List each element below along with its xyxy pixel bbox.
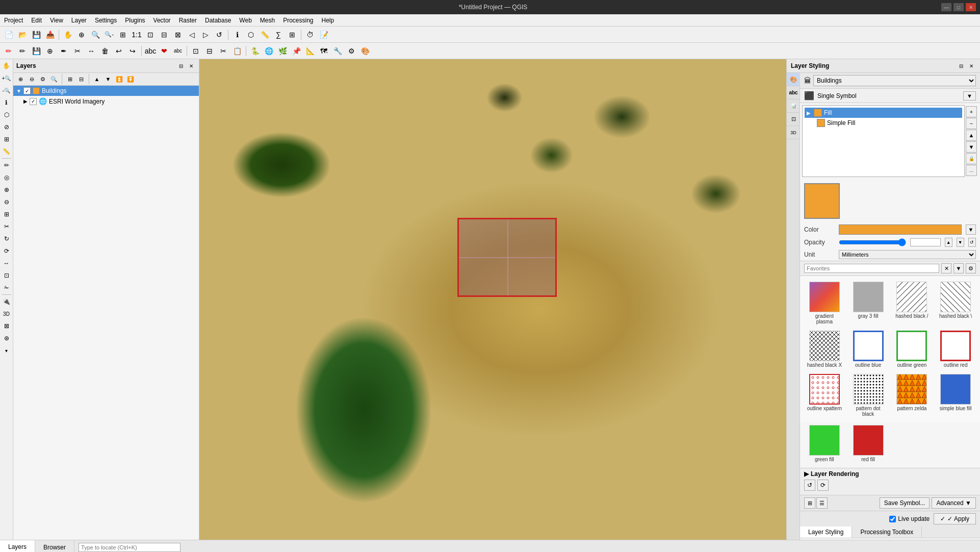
layers-detach-button[interactable]: ⊟: [176, 61, 186, 70]
apply-button[interactable]: ✓ ✓ Apply: [934, 513, 976, 524]
pan-map-button[interactable]: ✋: [1, 60, 12, 71]
color-dropdown-button[interactable]: ▼: [966, 224, 976, 235]
move-layer-up[interactable]: ▲: [92, 74, 102, 84]
styling-paintbrush[interactable]: 🎨: [787, 73, 800, 86]
tab-layer-styling[interactable]: Layer Styling: [800, 526, 852, 538]
menu-item-plugins[interactable]: Plugins: [121, 14, 149, 26]
favorites-options-button[interactable]: ▼: [953, 263, 964, 273]
unit-select[interactable]: Millimeters Pixels Points: [839, 250, 976, 259]
layers-close-button[interactable]: ✕: [187, 61, 196, 70]
mesh-left[interactable]: ⊠: [1, 320, 12, 332]
move-to-bottom[interactable]: ⏬: [125, 74, 136, 84]
sym-outline-red[interactable]: outline red: [934, 328, 977, 370]
split-left[interactable]: ✂: [1, 221, 12, 232]
layer-rendering-title[interactable]: ▶ Layer Rendering: [804, 470, 976, 478]
maximize-button[interactable]: □: [953, 3, 964, 11]
settings-button2[interactable]: ⚙: [345, 44, 358, 58]
layer-expand-all[interactable]: ⊞: [65, 74, 75, 84]
zoom-selection[interactable]: ⊠: [171, 28, 185, 41]
pan-button[interactable]: ✋: [61, 28, 74, 41]
open-project-button[interactable]: 📂: [16, 28, 29, 41]
opacity-reset[interactable]: ↺: [968, 238, 976, 247]
menu-item-processing[interactable]: Processing: [279, 14, 317, 26]
python-console-button[interactable]: 🐍: [248, 44, 262, 58]
select-button[interactable]: ⬡: [244, 28, 257, 41]
menu-item-web[interactable]: Web: [235, 14, 255, 26]
select-location-left[interactable]: ⊞: [1, 134, 12, 145]
snap-edit-left[interactable]: ⊛: [1, 333, 12, 344]
styling-diagram-tool[interactable]: 📊: [787, 99, 800, 113]
cut-features-button[interactable]: ✂: [217, 44, 230, 58]
current-edit-button[interactable]: ✏: [2, 44, 15, 58]
zoom-layer[interactable]: ⊟: [158, 28, 171, 41]
render-force-button[interactable]: ⟳: [817, 480, 829, 491]
identify-button[interactable]: ℹ: [230, 28, 244, 41]
sym-green-fill[interactable]: green fill: [803, 422, 846, 465]
sym-outline-blue[interactable]: outline blue: [847, 328, 890, 370]
symbol-tree-fill[interactable]: ▶ Fill: [805, 108, 962, 118]
sym-outline-green[interactable]: outline green: [891, 328, 934, 370]
locate-input[interactable]: [79, 543, 180, 552]
table-view-button[interactable]: ⊞: [804, 497, 815, 509]
sym-outline-xpattern[interactable]: outline xpattern: [803, 371, 846, 419]
close-button[interactable]: ✕: [966, 3, 976, 11]
renderer-change-button[interactable]: ▼: [963, 91, 976, 101]
zoom-out-button[interactable]: 🔍-: [102, 28, 116, 41]
minimize-button[interactable]: —: [941, 3, 951, 11]
bottom-tab-layers[interactable]: Layers: [0, 540, 35, 552]
atlas-button[interactable]: 🗺: [317, 44, 330, 58]
opacity-up[interactable]: ▲: [945, 238, 952, 247]
advanced-button[interactable]: Advanced ▼: [932, 497, 976, 509]
menu-item-raster[interactable]: Raster: [175, 14, 201, 26]
select-left[interactable]: ⬡: [1, 109, 12, 120]
more-left[interactable]: ▾: [1, 345, 12, 356]
plugins-left[interactable]: 🔌: [1, 296, 12, 307]
add-symbol-button[interactable]: +: [966, 106, 977, 117]
menu-item-view[interactable]: View: [46, 14, 67, 26]
menu-item-edit[interactable]: Edit: [27, 14, 46, 26]
add-ring-left[interactable]: ◎: [1, 172, 12, 183]
remove-symbol-button[interactable]: −: [966, 118, 977, 129]
symbol-tree-simple-fill[interactable]: Simple Fill: [805, 118, 962, 128]
menu-item-layer[interactable]: Layer: [67, 14, 91, 26]
opacity-slider[interactable]: [839, 238, 906, 246]
open-table-button[interactable]: ⊞: [286, 28, 299, 41]
styling-3d-tool[interactable]: 3D: [787, 126, 800, 139]
zoom-rubber-band[interactable]: ⊞: [116, 28, 130, 41]
move-symbol-down[interactable]: ▼: [966, 141, 977, 153]
add-part-left[interactable]: ⊕: [1, 184, 12, 195]
reshape-left[interactable]: ↻: [1, 233, 12, 244]
save-symbol-button[interactable]: Save Symbol...: [880, 497, 930, 509]
opacity-value[interactable]: 100.0 %: [910, 238, 941, 246]
grass-button[interactable]: 🌿: [276, 44, 289, 58]
edit-toggle-button[interactable]: ✏: [16, 44, 29, 58]
render-refresh-button[interactable]: ↺: [804, 480, 815, 491]
styling-close-button[interactable]: ✕: [967, 61, 976, 70]
redo-button[interactable]: ↪: [126, 44, 139, 58]
menu-item-project[interactable]: Project: [0, 14, 27, 26]
zoom-in-left[interactable]: +🔍: [1, 72, 12, 84]
save-edits-button[interactable]: 💾: [30, 44, 43, 58]
measure-left[interactable]: 📏: [1, 146, 12, 157]
add-feature-button[interactable]: ⊕: [43, 44, 57, 58]
menu-item-mesh[interactable]: Mesh: [256, 14, 279, 26]
browser-button[interactable]: 🌐: [262, 44, 275, 58]
merge-left[interactable]: ⊞: [1, 209, 12, 220]
sym-pattern-dot-black[interactable]: pattern dot black: [847, 371, 890, 419]
zoom-in-button[interactable]: 🔍: [89, 28, 102, 41]
identify-left[interactable]: ℹ: [1, 97, 12, 108]
move-vertex-button[interactable]: ⊡: [189, 44, 202, 58]
sym-simple-blue-fill[interactable]: simple blue fill: [934, 371, 977, 419]
add-layer-button[interactable]: ⊕: [15, 74, 25, 84]
refresh-button[interactable]: ↺: [213, 28, 226, 41]
move-to-top[interactable]: ⏫: [114, 74, 124, 84]
zoom-next[interactable]: ▷: [199, 28, 212, 41]
open-layer-properties-button[interactable]: ⚙: [38, 74, 48, 84]
menu-item-database[interactable]: Database: [201, 14, 235, 26]
new-project-button[interactable]: 📄: [2, 28, 15, 41]
live-update-checkbox[interactable]: Live update: [889, 515, 930, 522]
save-as-button[interactable]: 📥: [43, 28, 57, 41]
snap-button[interactable]: ⊟: [203, 44, 216, 58]
sym-gray-3-fill[interactable]: gray 3 fill: [847, 279, 890, 327]
move-feature-button[interactable]: ↔: [85, 44, 98, 58]
